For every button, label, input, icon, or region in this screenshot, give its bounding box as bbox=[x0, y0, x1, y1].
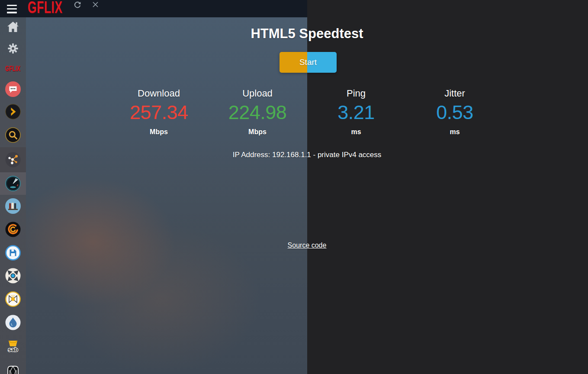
floppy-disk-icon bbox=[5, 245, 21, 261]
sab-label: sab bbox=[8, 346, 18, 353]
refresh-icon[interactable] bbox=[74, 1, 81, 9]
metric-label: Download bbox=[109, 88, 208, 99]
metric-jitter: Jitter 0.53 ms bbox=[405, 88, 504, 136]
metric-ping: Ping 3.21 ms bbox=[307, 88, 405, 136]
sidebar-item-jackett[interactable] bbox=[0, 358, 26, 374]
sidebar-item-deluge[interactable] bbox=[0, 312, 26, 333]
sab-icon: sab bbox=[5, 338, 21, 354]
sidebar-item-home[interactable] bbox=[0, 16, 26, 38]
metric-unit: Mbps bbox=[208, 128, 307, 136]
metric-label: Jitter bbox=[405, 88, 504, 99]
menu-icon[interactable] bbox=[7, 3, 17, 14]
sidebar-item-sabnzbd[interactable]: sab bbox=[0, 335, 26, 357]
start-button[interactable]: Start bbox=[280, 52, 337, 73]
metric-upload: Upload 224.98 Mbps bbox=[208, 88, 307, 136]
gear-icon bbox=[7, 42, 19, 55]
metric-value: 3.21 bbox=[307, 101, 405, 124]
water-drop-icon bbox=[5, 315, 21, 330]
sidebar-item-speedtest[interactable] bbox=[0, 172, 26, 195]
sidebar: GFLIX bbox=[0, 17, 26, 374]
metric-unit: ms bbox=[307, 128, 405, 136]
plex-icon bbox=[5, 104, 21, 119]
sidebar-item-backup[interactable] bbox=[0, 242, 26, 264]
sidebar-item-plex[interactable] bbox=[0, 101, 26, 123]
sidebar-item-indexer-search[interactable] bbox=[0, 124, 26, 146]
metric-unit: ms bbox=[405, 128, 504, 136]
home-icon bbox=[7, 21, 19, 32]
source-code-row: Source code bbox=[26, 242, 588, 249]
topbar: GFLIX bbox=[0, 0, 307, 17]
metric-label: Ping bbox=[307, 88, 405, 99]
chat-bubble-icon bbox=[5, 81, 21, 97]
sidebar-item-settings[interactable] bbox=[0, 38, 26, 59]
close-icon[interactable] bbox=[92, 1, 99, 8]
books-library-icon bbox=[5, 198, 21, 214]
metrics-row: Download 257.34 Mbps Upload 224.98 Mbps … bbox=[109, 88, 504, 136]
metric-value: 224.98 bbox=[208, 101, 307, 124]
sidebar-item-grafana[interactable] bbox=[0, 219, 26, 240]
sidebar-item-nzbget[interactable] bbox=[0, 265, 26, 287]
metric-unit: Mbps bbox=[109, 128, 208, 136]
sidebar-item-monitoring[interactable] bbox=[0, 147, 26, 172]
speedtest-panel: HTML5 Speedtest Start Download 257.34 Mb… bbox=[26, 17, 588, 374]
gflix-brand-label: GFLIX bbox=[5, 64, 20, 73]
metric-download: Download 257.34 Mbps bbox=[109, 88, 208, 136]
network-graph-icon bbox=[5, 152, 21, 168]
metric-label: Upload bbox=[208, 88, 307, 99]
sidebar-brand-gflix[interactable]: GFLIX bbox=[0, 58, 26, 79]
gflix-logo[interactable]: GFLIX bbox=[28, 0, 63, 17]
sidebar-item-hydra[interactable] bbox=[0, 288, 26, 310]
speedometer-icon bbox=[5, 176, 21, 191]
bowtie-app-icon bbox=[5, 291, 21, 307]
metric-value: 0.53 bbox=[405, 101, 504, 124]
search-app-icon bbox=[5, 127, 21, 143]
grafana-icon bbox=[5, 222, 21, 237]
sidebar-item-library[interactable] bbox=[0, 195, 26, 217]
source-code-link[interactable]: Source code bbox=[288, 242, 327, 249]
sidebar-item-chat[interactable] bbox=[0, 78, 26, 100]
metric-value: 257.34 bbox=[109, 101, 208, 124]
jacket-icon bbox=[6, 364, 20, 374]
nzbget-icon bbox=[5, 268, 21, 284]
ip-address-line: IP Address: 192.168.1.1 - private IPv4 a… bbox=[26, 151, 588, 159]
page-title: HTML5 Speedtest bbox=[26, 26, 588, 42]
